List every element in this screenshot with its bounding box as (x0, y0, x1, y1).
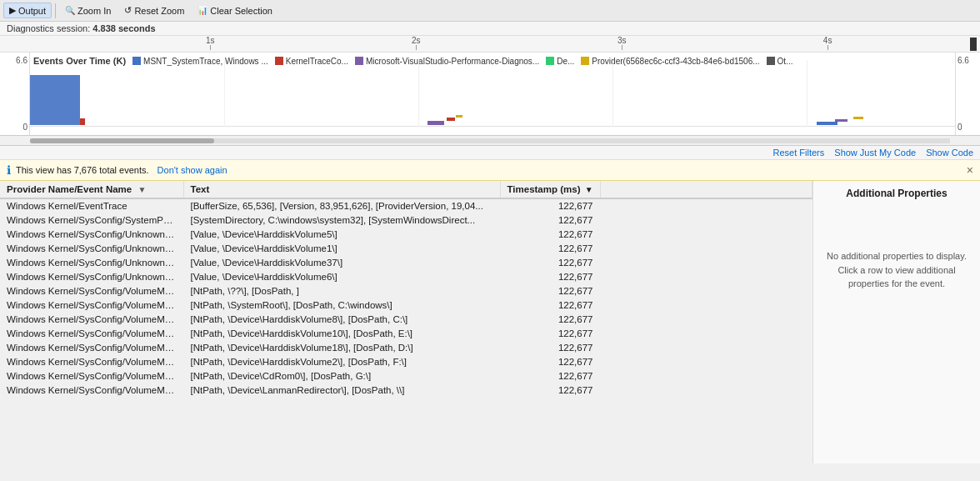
col-header-text[interactable]: Text (183, 181, 500, 198)
zoom-in-button[interactable]: 🔍 Zoom In (59, 3, 117, 18)
legend-label-5: Ot... (778, 57, 793, 66)
cell-text-13: [NtPath, \Device\LanmanRedirector\], [Do… (183, 383, 500, 398)
cell-provider-8: Windows Kernel/SysConfig/VolumeMapping (0, 313, 183, 327)
legend-label-0: MSNT_SystemTrace, Windows ... (143, 57, 268, 66)
chart-bar-purple2 (835, 119, 848, 122)
cell-provider-11: Windows Kernel/SysConfig/VolumeMapping (0, 355, 183, 369)
show-code-link[interactable]: Show Code (926, 148, 973, 158)
cell-empty-10 (600, 341, 812, 355)
ruler-tick-2s: 2s (412, 36, 421, 50)
table-row[interactable]: Windows Kernel/SysConfig/VolumeMapping [… (0, 298, 812, 313)
cell-provider-9: Windows Kernel/SysConfig/VolumeMapping (0, 327, 183, 341)
cell-provider-5: Windows Kernel/SysConfig/UnknownVolume (0, 270, 183, 284)
cell-provider-3: Windows Kernel/SysConfig/UnknownVolume (0, 242, 183, 256)
clear-selection-button[interactable]: 📊 Clear Selection (192, 3, 278, 18)
output-button[interactable]: ▶ Output (3, 3, 52, 18)
chart-bar-blue-main (30, 75, 80, 125)
cell-provider-7: Windows Kernel/SysConfig/VolumeMapping (0, 298, 183, 313)
cell-text-5: [Value, \Device\HarddiskVolume6\] (183, 270, 500, 284)
dont-show-again-link[interactable]: Don't show again (158, 165, 228, 175)
events-table: Provider Name/Event Name ▼ Text Timestam… (0, 181, 812, 398)
session-label: Diagnostics session: (7, 23, 90, 33)
cell-text-8: [NtPath, \Device\HarddiskVolume8\], [Dos… (183, 313, 500, 327)
col-provider-label: Provider Name/Event Name (7, 184, 132, 194)
table-row[interactable]: Windows Kernel/EventTrace [BufferSize, 6… (0, 198, 812, 213)
table-body: Windows Kernel/EventTrace [BufferSize, 6… (0, 198, 812, 398)
clear-selection-label: Clear Selection (210, 6, 272, 16)
col-header-empty (600, 181, 812, 198)
info-close-button[interactable]: × (967, 163, 973, 177)
cell-text-10: [NtPath, \Device\HarddiskVolume18\], [Do… (183, 341, 500, 355)
reset-zoom-label: Reset Zoom (134, 6, 184, 16)
table-row[interactable]: Windows Kernel/SysConfig/SystemPaths [Sy… (0, 213, 812, 228)
cell-timestamp-1: 122,677 (500, 213, 600, 228)
cell-timestamp-4: 122,677 (500, 256, 600, 270)
cell-provider-2: Windows Kernel/SysConfig/UnknownVolume (0, 228, 183, 242)
cell-provider-12: Windows Kernel/SysConfig/VolumeMapping (0, 369, 183, 383)
table-row[interactable]: Windows Kernel/SysConfig/VolumeMapping [… (0, 369, 812, 383)
table-row[interactable]: Windows Kernel/SysConfig/VolumeMapping [… (0, 341, 812, 355)
reset-filters-link[interactable]: Reset Filters (773, 148, 825, 158)
events-table-area[interactable]: Provider Name/Event Name ▼ Text Timestam… (0, 181, 813, 463)
cell-timestamp-2: 122,677 (500, 228, 600, 242)
cell-timestamp-0: 122,677 (500, 198, 600, 213)
ruler-label-2s: 2s (412, 36, 421, 45)
legend-item-1: KernelTraceCo... (275, 56, 348, 66)
table-row[interactable]: Windows Kernel/SysConfig/UnknownVolume [… (0, 242, 812, 256)
cell-text-9: [NtPath, \Device\HarddiskVolume10\], [Do… (183, 327, 500, 341)
ruler-line-1s (210, 45, 211, 50)
show-just-my-code-link[interactable]: Show Just My Code (834, 148, 916, 158)
legend-item-4: Provider(6568ec6c-ccf3-43cb-84e6-bd1506.… (581, 56, 759, 66)
col-header-provider[interactable]: Provider Name/Event Name ▼ (0, 181, 183, 198)
legend-color-1 (275, 57, 283, 65)
cell-text-0: [BufferSize, 65,536], [Version, 83,951,6… (183, 198, 500, 213)
cell-text-7: [NtPath, \SystemRoot\], [DosPath, C:\win… (183, 298, 500, 313)
reset-zoom-button[interactable]: ↺ Reset Zoom (118, 3, 190, 18)
legend-item-3: De... (546, 56, 574, 66)
table-header-row: Provider Name/Event Name ▼ Text Timestam… (0, 181, 812, 198)
col-header-timestamp[interactable]: Timestamp (ms) ▼ (500, 181, 600, 198)
output-icon: ▶ (9, 5, 16, 16)
legend-label-1: KernelTraceCo... (286, 57, 348, 66)
y-axis-max: 6.6 (2, 56, 28, 65)
cell-empty-6 (600, 284, 812, 298)
table-row[interactable]: Windows Kernel/SysConfig/VolumeMapping [… (0, 313, 812, 327)
table-row[interactable]: Windows Kernel/SysConfig/UnknownVolume [… (0, 270, 812, 284)
cell-provider-13: Windows Kernel/SysConfig/VolumeMapping (0, 383, 183, 398)
legend-item-0: MSNT_SystemTrace, Windows ... (132, 56, 268, 66)
table-row[interactable]: Windows Kernel/SysConfig/UnknownVolume [… (0, 228, 812, 242)
table-row[interactable]: Windows Kernel/SysConfig/VolumeMapping [… (0, 355, 812, 369)
cell-provider-4: Windows Kernel/SysConfig/UnknownVolume (0, 256, 183, 270)
chart-scrollbar[interactable] (0, 136, 980, 146)
info-banner: ℹ This view has 7,676 total events. Don'… (0, 160, 980, 181)
legend-color-5 (767, 57, 775, 65)
filter-bar: Reset Filters Show Just My Code Show Cod… (0, 146, 980, 160)
filter-icon[interactable]: ▼ (138, 185, 146, 194)
chart-bar-purple (428, 121, 444, 125)
legend-color-2 (355, 57, 363, 65)
table-row[interactable]: Windows Kernel/SysConfig/VolumeMapping [… (0, 383, 812, 398)
ruler-inner: 1s 2s 3s 4s (0, 36, 980, 50)
ruler-tick-4s: 4s (823, 36, 832, 50)
chart-area[interactable]: Events Over Time (K) MSNT_SystemTrace, W… (30, 53, 955, 135)
cell-timestamp-9: 122,677 (500, 327, 600, 341)
ruler-line-4s (828, 45, 828, 50)
ruler-line-2s (416, 45, 417, 50)
chart-legend: Events Over Time (K) MSNT_SystemTrace, W… (33, 56, 792, 66)
cell-timestamp-13: 122,677 (500, 383, 600, 398)
scrollbar-thumb[interactable] (30, 138, 214, 143)
cell-timestamp-10: 122,677 (500, 341, 600, 355)
table-row[interactable]: Windows Kernel/SysConfig/VolumeMapping [… (0, 284, 812, 298)
cell-empty-3 (600, 242, 812, 256)
ruler-line-3s (622, 45, 622, 50)
cell-text-1: [SystemDirectory, C:\windows\system32], … (183, 213, 500, 228)
table-row[interactable]: Windows Kernel/SysConfig/VolumeMapping [… (0, 327, 812, 341)
cell-empty-1 (600, 213, 812, 228)
table-row[interactable]: Windows Kernel/SysConfig/UnknownVolume [… (0, 256, 812, 270)
scrollbar-track[interactable] (30, 138, 950, 143)
legend-color-0 (132, 57, 141, 65)
chart-bar-red (80, 118, 85, 125)
info-message: This view has 7,676 total events. (16, 165, 149, 175)
chart-title: Events Over Time (K) (33, 56, 126, 66)
clear-selection-icon: 📊 (198, 6, 208, 15)
